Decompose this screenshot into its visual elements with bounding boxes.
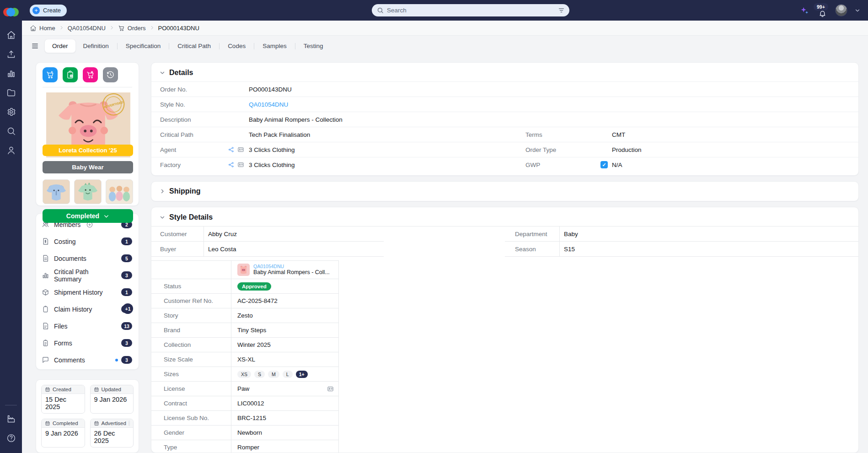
rail-divider: [5, 405, 17, 405]
sidebar-item-critical-path-summary[interactable]: Critical Path Summary3: [36, 267, 139, 284]
global-search[interactable]: [372, 4, 569, 16]
field-label: Description: [160, 116, 191, 123]
order-clipboard-button[interactable]: [63, 67, 78, 82]
style-details-section-header[interactable]: Style Details: [151, 207, 858, 226]
style-summary-row: BuyerLeo Costa: [151, 242, 384, 257]
tab-codes[interactable]: Codes: [220, 39, 253, 53]
shipment-icon: [42, 288, 49, 296]
filter-icon[interactable]: [558, 7, 565, 14]
contact-card-icon[interactable]: [327, 385, 334, 392]
chevron-down-icon[interactable]: [854, 7, 861, 14]
search-input[interactable]: [387, 7, 555, 14]
field-label: Story: [151, 308, 231, 323]
field-label: Style No.: [160, 101, 185, 108]
rail-home-button[interactable]: [2, 25, 20, 44]
chevron-right-icon: [150, 25, 155, 30]
tab-definition[interactable]: Definition: [76, 39, 116, 53]
tab-specification[interactable]: Specification: [118, 39, 168, 53]
advertised-checkbox[interactable]: [129, 421, 130, 426]
chevron-down-icon: [160, 70, 165, 76]
sidebar-item-costing[interactable]: Costing1: [36, 233, 139, 250]
tab-testing[interactable]: Testing: [296, 39, 331, 53]
count-badge: 3: [121, 271, 132, 279]
style-link-row: QA01054DNUBaby Animal Rompers - Coll...: [151, 261, 339, 279]
field-label: Critical Path: [160, 131, 193, 138]
date-field-created[interactable]: Created15 Dec 2025: [41, 385, 85, 414]
sidebar-item-shipment-history[interactable]: Shipment History1: [36, 284, 139, 301]
field-label: Brand: [151, 323, 231, 337]
style-attributes-table: QA01054DNUBaby Animal Rompers - Coll...S…: [151, 260, 339, 453]
style-attribute-row: BrandTiny Steps: [151, 323, 339, 338]
more-images-badge[interactable]: +1: [123, 303, 133, 314]
order-history-button[interactable]: [103, 67, 118, 82]
rail-settings-button[interactable]: [2, 102, 20, 121]
details-row: Agent3 Clicks ClothingOrder TypeProducti…: [151, 142, 858, 157]
tab-critical-path[interactable]: Critical Path: [170, 39, 218, 53]
topbar: + Create 99+: [22, 0, 868, 21]
field-label: Order No.: [160, 86, 187, 93]
nav-rail-bottom: [2, 409, 20, 448]
style-attribute-row: LicensePaw: [151, 382, 339, 396]
breadcrumb-item[interactable]: Home: [30, 25, 55, 32]
image-thumbnail[interactable]: [74, 179, 102, 204]
date-field-updated[interactable]: Updated9 Jan 2026: [90, 385, 134, 414]
rail-factory-button[interactable]: [2, 409, 20, 428]
rail-users-button[interactable]: [2, 140, 20, 160]
details-section-header[interactable]: Details: [151, 63, 858, 81]
rail-search-button[interactable]: [2, 121, 20, 140]
breadcrumb-item[interactable]: QA01054DNU: [68, 25, 106, 32]
tab-order[interactable]: Order: [44, 39, 76, 53]
folder-icon: [6, 88, 16, 97]
breadcrumb-item[interactable]: Orders: [118, 25, 146, 32]
style-code-link[interactable]: QA01054DNU: [253, 264, 330, 269]
field-value: AC-2025-8472: [231, 294, 339, 308]
image-thumbnail[interactable]: [43, 179, 70, 204]
costing-icon: [42, 237, 49, 245]
order-cart-icon: [46, 70, 54, 79]
dates-grid: Created15 Dec 2025Updated9 Jan 2026Compl…: [41, 385, 134, 448]
rail-help-button[interactable]: [2, 428, 20, 448]
sidebar-item-comments[interactable]: Comments3: [36, 351, 139, 368]
rail-analytics-button[interactable]: [2, 64, 20, 83]
sidebar-item-documents[interactable]: Documents5: [36, 250, 139, 267]
order-status-button[interactable]: Completed: [43, 209, 133, 223]
chevron-down-icon: [103, 213, 109, 219]
tab-bar: OrderDefinitionSpecificationCritical Pat…: [22, 36, 868, 56]
sidebar-item-forms[interactable]: Forms3: [36, 334, 139, 351]
shipping-section-header[interactable]: Shipping: [151, 182, 858, 201]
style-attribute-row: TypeRomper: [151, 440, 339, 453]
rail-upload-button[interactable]: [2, 44, 20, 64]
field-label: License Sub No.: [151, 411, 231, 425]
date-field-advertised[interactable]: Advertised26 Dec 2025: [90, 419, 134, 448]
tab-samples[interactable]: Samples: [255, 39, 294, 53]
field-value[interactable]: QA01054DNU: [249, 101, 288, 108]
gwp-checkbox[interactable]: ✓: [600, 161, 608, 168]
menu-icon[interactable]: [28, 39, 42, 53]
date-field-completed[interactable]: Completed9 Jan 2026: [41, 419, 85, 448]
image-thumbnail[interactable]: [106, 179, 133, 204]
field-value: Tech Pack Finalisation: [249, 131, 310, 138]
ai-sparkle-icon[interactable]: [799, 5, 809, 16]
field-value: Tiny Steps: [231, 323, 339, 337]
style-summary-left: CustomerAbby CruzBuyerLeo Costa: [151, 226, 384, 257]
field-label: Buyer: [151, 242, 204, 256]
sidebar-item-files[interactable]: Files13: [36, 318, 139, 334]
order-cancel-button[interactable]: [83, 67, 98, 82]
style-link[interactable]: QA01054DNUBaby Animal Rompers - Coll...: [237, 264, 330, 276]
nav-rail: [0, 0, 22, 453]
contact-card-icon[interactable]: [237, 162, 244, 168]
app-logo[interactable]: [3, 8, 19, 17]
breadcrumb-item[interactable]: PO000143DNU: [158, 25, 199, 32]
notifications-button[interactable]: 99+: [816, 5, 828, 16]
contact-card-icon[interactable]: [237, 146, 244, 153]
user-avatar[interactable]: [835, 4, 847, 16]
rail-folder-button[interactable]: [2, 83, 20, 102]
share-icon[interactable]: [228, 146, 235, 153]
create-button[interactable]: + Create: [30, 5, 67, 16]
left-panel: ADVERTISED Loreta Collection '25 Baby We…: [36, 62, 139, 453]
field-label: Collection: [151, 338, 231, 352]
category-badge: Baby Wear: [43, 161, 133, 173]
order-cart-button[interactable]: [43, 67, 58, 82]
share-icon[interactable]: [228, 162, 235, 168]
analytics-icon: [6, 69, 16, 78]
